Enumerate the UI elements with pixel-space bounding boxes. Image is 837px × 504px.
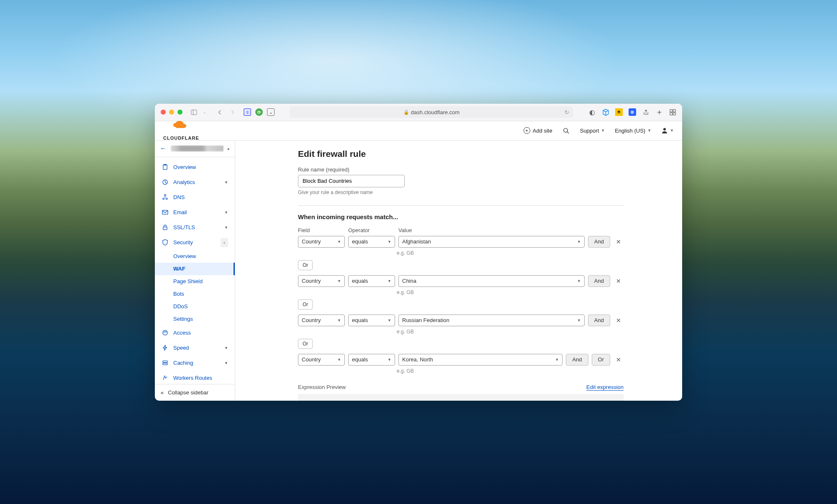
- add-site-label: Add site: [533, 128, 552, 134]
- value-select[interactable]: China▼: [398, 275, 585, 287]
- svg-rect-20: [162, 361, 167, 363]
- edit-expression-link[interactable]: Edit expression: [586, 384, 624, 391]
- field-select[interactable]: Country▼: [298, 354, 345, 366]
- sidebar-item-analytics[interactable]: Analytics ▼: [155, 175, 235, 190]
- caret-down-icon: ▼: [224, 346, 228, 350]
- rule-columns-header: Field Operator Value: [298, 227, 624, 233]
- extension-blue-icon[interactable]: ⊞: [629, 108, 636, 116]
- col-value: Value: [398, 227, 624, 233]
- value-select[interactable]: Afghanistan▼: [398, 236, 585, 248]
- or-connector[interactable]: Or: [298, 339, 313, 349]
- subnav-waf[interactable]: WAF: [155, 263, 235, 275]
- extension-green-icon[interactable]: ⟳: [255, 108, 263, 116]
- svg-point-10: [663, 128, 666, 130]
- browser-titlebar: ⌄ ① ⟳ ⌄ 🔒 dash.cloudflare.com ↻ ◐ R ⊞: [155, 104, 682, 121]
- shield-icon: [162, 239, 168, 246]
- forward-button[interactable]: [229, 108, 236, 116]
- sidebar-item-access[interactable]: Access: [155, 325, 235, 340]
- support-dropdown[interactable]: Support ▼: [580, 128, 605, 134]
- extension-1password-icon[interactable]: ①: [244, 108, 251, 116]
- collapse-sidebar-button[interactable]: « Collapse sidebar: [155, 384, 235, 401]
- value-hint: e.g. GB: [397, 289, 624, 295]
- lock-icon: 🔒: [403, 110, 409, 115]
- bolt-icon: [162, 345, 168, 351]
- svg-rect-21: [162, 363, 167, 365]
- subnav-bots[interactable]: Bots: [155, 288, 235, 300]
- back-button[interactable]: [216, 108, 223, 116]
- sidebar-item-ssl[interactable]: SSL/TLS ▼: [155, 220, 235, 235]
- search-icon[interactable]: [562, 127, 570, 134]
- or-connector[interactable]: Or: [298, 260, 313, 270]
- nav-label: DNS: [173, 194, 185, 200]
- operator-select[interactable]: equals▼: [348, 354, 395, 366]
- language-dropdown[interactable]: English (US) ▼: [615, 128, 651, 134]
- svg-line-9: [567, 132, 569, 133]
- svg-rect-7: [673, 113, 675, 115]
- remove-row-button[interactable]: ✕: [614, 236, 624, 248]
- and-button[interactable]: And: [588, 315, 610, 326]
- or-button[interactable]: Or: [592, 354, 610, 366]
- back-arrow-icon[interactable]: ←: [160, 145, 167, 152]
- sidebar-item-overview[interactable]: Overview: [155, 160, 235, 175]
- tabs-overview-icon[interactable]: [669, 108, 676, 116]
- caret-down-icon: ▼: [337, 279, 341, 283]
- drive-icon: [162, 360, 168, 366]
- caret-down-icon: ▼: [388, 318, 391, 322]
- add-site-button[interactable]: + Add site: [524, 127, 552, 134]
- rule-row: Country▼ equals▼ Russian Federation▼ And…: [298, 315, 624, 326]
- sidebar-item-dns[interactable]: DNS: [155, 190, 235, 205]
- traffic-lights: [161, 110, 182, 115]
- field-select[interactable]: Country▼: [298, 315, 345, 326]
- sidebar-toggle-icon[interactable]: [190, 108, 198, 116]
- url-bar[interactable]: 🔒 dash.cloudflare.com ↻: [290, 106, 573, 118]
- and-button[interactable]: And: [566, 354, 588, 366]
- new-tab-icon[interactable]: [655, 108, 663, 116]
- remove-row-button[interactable]: ✕: [614, 315, 624, 326]
- rule-name-hint: Give your rule a descriptive name: [298, 189, 624, 195]
- share-icon[interactable]: [642, 108, 650, 116]
- svg-point-8: [564, 128, 567, 132]
- collapse-section-icon[interactable]: ▴: [221, 238, 228, 247]
- operator-select[interactable]: equals▼: [348, 315, 395, 326]
- operator-select[interactable]: equals▼: [348, 275, 395, 287]
- extension-pocket-icon[interactable]: ⌄: [267, 108, 275, 116]
- minimize-window-button[interactable]: [169, 110, 174, 115]
- subnav-settings[interactable]: Settings: [155, 313, 235, 325]
- chart-icon: [162, 179, 168, 186]
- sidebar-item-speed[interactable]: Speed ▼: [155, 340, 235, 356]
- site-selector[interactable]: ← ▸: [155, 141, 235, 157]
- remove-row-button[interactable]: ✕: [614, 354, 624, 366]
- and-button[interactable]: And: [588, 275, 610, 287]
- field-select[interactable]: Country▼: [298, 275, 345, 287]
- rule-name-input[interactable]: [298, 175, 405, 187]
- maximize-window-button[interactable]: [177, 110, 182, 115]
- subnav-ddos[interactable]: DDoS: [155, 300, 235, 313]
- remove-row-button[interactable]: ✕: [614, 275, 624, 287]
- sidebar-item-caching[interactable]: Caching ▼: [155, 356, 235, 371]
- extension-cube-icon[interactable]: [602, 108, 609, 116]
- value-select[interactable]: Russian Federation▼: [398, 315, 585, 326]
- refresh-icon[interactable]: ↻: [565, 109, 569, 115]
- caret-down-icon: ▼: [337, 318, 341, 322]
- cloudflare-logo[interactable]: CLOUDFLARE: [163, 120, 199, 141]
- svg-rect-17: [162, 210, 167, 214]
- operator-select[interactable]: equals▼: [348, 236, 395, 248]
- value-select[interactable]: Korea, North▼: [398, 354, 562, 366]
- match-section-title: When incoming requests match...: [298, 213, 624, 220]
- subnav-page-shield[interactable]: Page Shield: [155, 275, 235, 288]
- sidebar-item-workers[interactable]: Workers Routes: [155, 371, 235, 384]
- shield-toolbar-icon[interactable]: ◐: [588, 108, 596, 116]
- subnav-overview[interactable]: Overview: [155, 250, 235, 263]
- close-window-button[interactable]: [161, 110, 166, 115]
- collapse-icon: «: [161, 389, 164, 396]
- or-connector[interactable]: Or: [298, 299, 313, 310]
- sidebar-item-email[interactable]: Email ▼: [155, 205, 235, 220]
- extension-r-icon[interactable]: R: [615, 108, 623, 116]
- field-select[interactable]: Country▼: [298, 236, 345, 248]
- chevron-down-icon[interactable]: ⌄: [201, 108, 208, 116]
- sidebar-item-security[interactable]: Security ▴: [155, 235, 235, 250]
- and-button[interactable]: And: [588, 236, 610, 248]
- caret-down-icon: ▼: [388, 240, 391, 244]
- account-dropdown[interactable]: ▼: [661, 127, 674, 134]
- caret-down-icon: ▼: [224, 225, 228, 230]
